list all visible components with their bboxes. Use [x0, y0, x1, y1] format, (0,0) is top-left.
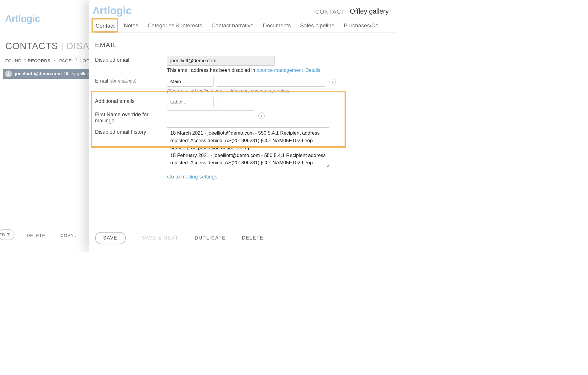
disabled-history-label: Disabled email history — [95, 127, 167, 135]
mailing-settings-link[interactable]: Go to mailing settings — [167, 174, 389, 180]
delete-button[interactable]: DELETE — [242, 235, 263, 241]
email-field[interactable] — [217, 77, 325, 87]
tab-narrative[interactable]: Contact narrative — [211, 22, 254, 29]
pagination: FOUND 1 RECORDS ‹ PAGE 1 OF 1 › — [5, 58, 99, 63]
disabled-email-field — [167, 56, 275, 66]
tab-sales-pipeline[interactable]: Sales pipeline — [300, 22, 334, 29]
highlight-tab — [92, 18, 118, 33]
firstname-override-label: First Name override for mailings — [95, 110, 167, 124]
email-label: Email (for mailings) — [95, 77, 167, 84]
section-email-title: EMAIL — [95, 41, 389, 49]
additional-email-field[interactable] — [217, 97, 325, 107]
bounce-management-link[interactable]: bounce management — [257, 67, 303, 73]
chevron-left-icon[interactable]: ‹ — [53, 58, 57, 63]
svg-text:Λrtlogic: Λrtlogic — [93, 5, 132, 17]
tabs: Contact Notes Categories & Interests Con… — [89, 19, 396, 33]
contact-heading: CONTACT: Offley gallery — [315, 8, 389, 15]
tab-purchases[interactable]: Purchases/Co — [344, 22, 378, 29]
save-button[interactable]: SAVE — [95, 232, 126, 244]
disabled-note: This email address has been disabled in … — [167, 67, 389, 73]
svg-text:Λrtlogic: Λrtlogic — [5, 13, 40, 24]
info-icon[interactable]: i — [329, 79, 336, 85]
email-multi-hint: (You may add multiple email addresses, c… — [167, 88, 389, 94]
duplicate-button[interactable]: DUPLICATE — [195, 235, 226, 241]
tab-documents[interactable]: Documents — [263, 22, 291, 29]
page-number-input[interactable]: 1 — [74, 58, 80, 63]
info-icon[interactable]: i — [258, 112, 265, 119]
details-link[interactable]: Details — [305, 67, 320, 73]
row-email: joeelliott@demo.com — [15, 71, 62, 76]
firstname-override-field[interactable] — [167, 110, 254, 120]
tab-categories[interactable]: Categories & Interests — [148, 22, 202, 29]
email-type-field[interactable] — [167, 77, 214, 87]
avatar-icon — [5, 70, 12, 77]
additional-emails-label: Additional emails — [95, 97, 167, 104]
tab-notes[interactable]: Notes — [124, 22, 138, 29]
row-name: Offley gallery — [63, 71, 90, 76]
save-next-button: SAVE & NEXT — [142, 235, 179, 241]
edit-button[interactable]: EDIT — [0, 229, 15, 240]
disabled-email-label: Disabled email — [95, 56, 167, 63]
logo: Λrtlogic — [93, 5, 151, 18]
disabled-history-textarea[interactable] — [167, 127, 329, 168]
delete-button[interactable]: DELETE — [27, 233, 45, 238]
additional-email-label-field[interactable] — [167, 97, 214, 107]
svg-point-1 — [8, 72, 9, 74]
copy-button[interactable]: COPY... — [60, 233, 78, 238]
